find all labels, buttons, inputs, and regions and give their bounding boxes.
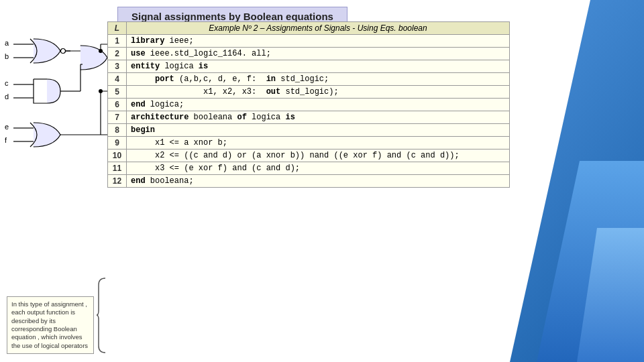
line-number: 5 xyxy=(108,86,127,99)
code-line: library ieee; xyxy=(127,35,510,48)
svg-text:b: b xyxy=(5,52,9,60)
code-line: x1 <= a xnor b; xyxy=(127,137,510,149)
table-row: 1library ieee; xyxy=(108,35,510,48)
code-line: entity logica is xyxy=(127,60,510,73)
line-number: 8 xyxy=(108,124,127,137)
table-row: 10 x2 <= ((c and d) or (a xnor b)) nand … xyxy=(108,149,510,162)
col-header-line: L xyxy=(108,22,127,35)
main-container: Signal assignments by Boolean equations … xyxy=(0,0,644,362)
svg-text:a: a xyxy=(5,39,9,47)
svg-point-35 xyxy=(99,49,103,53)
code-line: x3 <= (e xor f) and (c and d); xyxy=(127,162,510,175)
svg-text:d: d xyxy=(5,93,9,101)
line-number: 3 xyxy=(108,60,127,73)
col-header-desc: Example Nº 2 – Assignments of Signals - … xyxy=(127,22,510,35)
svg-point-12 xyxy=(61,49,66,54)
note-box: In this type of assignment , each output… xyxy=(7,296,94,354)
table-row: 12end booleana; xyxy=(108,175,510,188)
note-text: In this type of assignment , each output… xyxy=(11,300,88,349)
line-number: 4 xyxy=(108,73,127,86)
line-number: 9 xyxy=(108,137,127,149)
table-row: 5 x1, x2, x3: out std_logic); xyxy=(108,86,510,99)
line-number: 1 xyxy=(108,35,127,48)
line-number: 10 xyxy=(108,149,127,162)
curly-brace xyxy=(95,277,107,354)
table-row: 6end logica; xyxy=(108,99,510,111)
table-row: 2use ieee.std_logic_1164. all; xyxy=(108,48,510,60)
line-number: 7 xyxy=(108,111,127,124)
line-number: 12 xyxy=(108,175,127,188)
code-line: begin xyxy=(127,124,510,137)
code-table-area: L Example Nº 2 – Assignments of Signals … xyxy=(107,21,510,355)
code-line: end booleana; xyxy=(127,175,510,188)
code-line: architecture booleana of logica is xyxy=(127,111,510,124)
code-table: L Example Nº 2 – Assignments of Signals … xyxy=(107,21,510,188)
table-row: 11 x3 <= (e xor f) and (c and d); xyxy=(108,162,510,175)
table-row: 7architecture booleana of logica is xyxy=(108,111,510,124)
code-line: port (a,b,c, d, e, f: in std_logic; xyxy=(127,73,510,86)
line-number: 11 xyxy=(108,162,127,175)
line-number: 2 xyxy=(108,48,127,60)
line-number: 6 xyxy=(108,99,127,111)
svg-text:c: c xyxy=(5,79,9,87)
svg-text:e: e xyxy=(5,123,9,131)
code-line: x1, x2, x3: out std_logic); xyxy=(127,86,510,99)
svg-text:f: f xyxy=(5,136,7,144)
table-row: 4 port (a,b,c, d, e, f: in std_logic; xyxy=(108,73,510,86)
code-line: x2 <= ((c and d) or (a xnor b)) nand ((e… xyxy=(127,149,510,162)
code-line: use ieee.std_logic_1164. all; xyxy=(127,48,510,60)
table-row: 3entity logica is xyxy=(108,60,510,73)
code-line: end logica; xyxy=(127,99,510,111)
table-row: 9 x1 <= a xnor b; xyxy=(108,137,510,149)
table-row: 8begin xyxy=(108,124,510,137)
